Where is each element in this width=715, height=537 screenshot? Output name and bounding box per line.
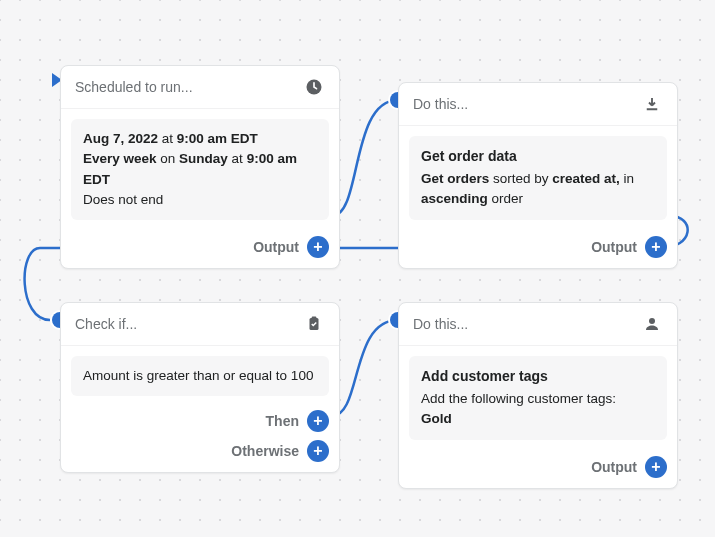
workflow-canvas: Scheduled to run... Aug 7, 2022 at 9:00 … (0, 0, 715, 537)
node-scheduled[interactable]: Scheduled to run... Aug 7, 2022 at 9:00 … (60, 65, 340, 269)
node-check-if[interactable]: Check if... Amount is greater than or eq… (60, 302, 340, 473)
output-label: Output (591, 239, 637, 255)
clipboard-icon (303, 313, 325, 335)
add-output-button[interactable]: + (645, 456, 667, 478)
svg-point-3 (649, 318, 655, 324)
svg-rect-2 (312, 317, 317, 320)
node-header-label: Do this... (413, 316, 468, 332)
node-body: Amount is greater than or equal to 100 (71, 356, 329, 396)
output-label: Output (591, 459, 637, 475)
add-otherwise-button[interactable]: + (307, 440, 329, 462)
download-icon (641, 93, 663, 115)
output-label: Output (253, 239, 299, 255)
clock-icon (303, 76, 325, 98)
node-body: Add customer tags Add the following cust… (409, 356, 667, 440)
add-output-button[interactable]: + (307, 236, 329, 258)
otherwise-label: Otherwise (231, 443, 299, 459)
then-label: Then (266, 413, 299, 429)
person-icon (641, 313, 663, 335)
node-header-label: Do this... (413, 96, 468, 112)
node-body: Get order data Get orders sorted by crea… (409, 136, 667, 220)
add-then-button[interactable]: + (307, 410, 329, 432)
node-add-customer-tags[interactable]: Do this... Add customer tags Add the fol… (398, 302, 678, 489)
add-output-button[interactable]: + (645, 236, 667, 258)
node-header-label: Check if... (75, 316, 137, 332)
node-header-label: Scheduled to run... (75, 79, 193, 95)
node-get-order-data[interactable]: Do this... Get order data Get orders sor… (398, 82, 678, 269)
node-body: Aug 7, 2022 at 9:00 am EDT Every week on… (71, 119, 329, 220)
